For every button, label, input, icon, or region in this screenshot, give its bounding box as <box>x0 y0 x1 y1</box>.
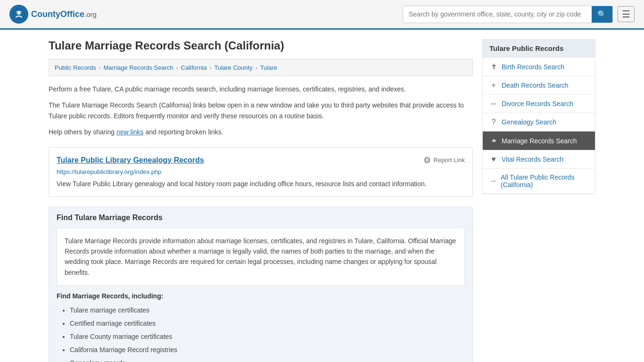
sidebar-all-records-link[interactable]: → All Tulare Public Records (California) <box>483 169 595 194</box>
find-section: Find Tulare Marriage Records Tulare Marr… <box>49 206 473 362</box>
report-link-button[interactable]: ⚙ Report Link <box>423 155 465 165</box>
list-item: Tulare County marriage certificates <box>70 330 465 343</box>
intro-paragraph-2: The Tulare Marriage Records Search (Cali… <box>49 100 473 121</box>
rings-icon: ⚭ <box>489 136 498 145</box>
record-url: https://tularepubliclibrary.org/index.ph… <box>57 168 465 175</box>
list-item: Genealogy records <box>70 356 465 362</box>
breadcrumb-sep-2: › <box>176 65 178 71</box>
new-links-link[interactable]: new links <box>116 128 144 136</box>
sidebar-item-genealogy[interactable]: ? Genealogy Search <box>483 113 595 132</box>
sidebar-list: ✝ Birth Records Search + Death Records S… <box>482 57 595 194</box>
intro-paragraph-1: Perform a free Tulare, CA public marriag… <box>49 84 473 94</box>
find-section-text: Tulare Marriage Records provide informat… <box>65 236 457 278</box>
breadcrumb-public-records[interactable]: Public Records <box>55 64 96 71</box>
svg-point-2 <box>17 11 18 13</box>
list-item: Certified marriage certificates <box>70 317 465 330</box>
sidebar-item-divorce-label[interactable]: Divorce Records Search <box>502 100 573 107</box>
breadcrumb-california[interactable]: California <box>181 64 207 71</box>
svg-point-3 <box>20 11 22 13</box>
find-list: Tulare marriage certificates Certified m… <box>57 304 465 362</box>
sidebar-item-vital-label[interactable]: Vital Records Search <box>502 156 563 163</box>
sidebar-item-death-label[interactable]: Death Records Search <box>502 82 569 89</box>
sidebar-item-marriage[interactable]: ⚭ Marriage Records Search <box>483 132 595 150</box>
breadcrumb-tulare-county[interactable]: Tulare County <box>214 64 252 71</box>
sidebar: Tulare Public Records ✝ Birth Records Se… <box>482 39 595 362</box>
site-header: CountyOffice.org 🔍 ☰ <box>0 0 644 30</box>
sidebar-item-death[interactable]: + Death Records Search <box>483 76 595 95</box>
sidebar-item-vital[interactable]: ♥ Vital Records Search <box>483 150 595 169</box>
search-button[interactable]: 🔍 <box>592 6 612 23</box>
question-icon: ? <box>489 118 498 126</box>
sidebar-item-birth-label[interactable]: Birth Records Search <box>502 63 564 71</box>
search-bar: 🔍 <box>403 6 613 23</box>
record-description: View Tulare Public Library genealogy and… <box>57 179 465 189</box>
arrow-right-icon: → <box>489 177 497 185</box>
report-link-icon: ⚙ <box>423 155 431 165</box>
cross-icon: ✝ <box>489 62 498 71</box>
logo-text: CountyOffice.org <box>31 9 97 19</box>
find-includes-title: Find Marriage Records, including: <box>57 292 465 300</box>
sidebar-item-birth[interactable]: ✝ Birth Records Search <box>483 58 595 76</box>
record-card-title[interactable]: Tulare Public Library Genealogy Records <box>57 156 204 165</box>
sidebar-item-genealogy-label[interactable]: Genealogy Search <box>502 118 556 126</box>
breadcrumb-sep-1: › <box>99 65 100 71</box>
heart-icon: ♥ <box>489 155 498 164</box>
header-right: 🔍 ☰ <box>403 6 635 23</box>
breadcrumb-tulare[interactable]: Tulare <box>260 64 277 71</box>
list-item: California Marriage Record registries <box>70 343 465 356</box>
sidebar-title: Tulare Public Records <box>482 39 595 57</box>
sidebar-item-divorce[interactable]: ↔ Divorce Records Search <box>483 95 595 113</box>
record-card-header: Tulare Public Library Genealogy Records … <box>57 155 465 165</box>
breadcrumb-sep-4: › <box>256 65 257 71</box>
report-link-label: Report Link <box>434 156 465 164</box>
content-area: Tulare Marriage Records Search (Californ… <box>49 39 473 362</box>
record-card: Tulare Public Library Genealogy Records … <box>49 147 473 197</box>
intro-paragraph-3-prefix: Help others by sharing <box>49 128 116 136</box>
find-section-title: Find Tulare Marriage Records <box>57 214 465 222</box>
intro-paragraph-3-suffix: and reporting broken links. <box>144 128 223 136</box>
breadcrumb-marriage-records[interactable]: Marriage Records Search <box>103 64 173 71</box>
logo-icon <box>9 5 28 24</box>
plus-icon: + <box>489 81 498 90</box>
arrows-icon: ↔ <box>489 99 498 108</box>
sidebar-item-marriage-label: Marriage Records Search <box>502 137 577 145</box>
hamburger-menu-button[interactable]: ☰ <box>618 6 635 22</box>
find-section-body: Tulare Marriage Records provide informat… <box>57 228 465 286</box>
list-item: Tulare marriage certificates <box>70 304 465 317</box>
search-input[interactable] <box>403 7 592 22</box>
main-container: Tulare Marriage Records Search (Californ… <box>39 30 605 362</box>
logo-area: CountyOffice.org <box>9 5 97 24</box>
intro-paragraph-3: Help others by sharing new links and rep… <box>49 127 473 137</box>
breadcrumb-sep-3: › <box>209 65 211 71</box>
breadcrumb: Public Records › Marriage Records Search… <box>49 59 473 76</box>
page-title: Tulare Marriage Records Search (Californ… <box>49 39 473 52</box>
sidebar-all-records-label[interactable]: All Tulare Public Records (California) <box>501 173 588 189</box>
